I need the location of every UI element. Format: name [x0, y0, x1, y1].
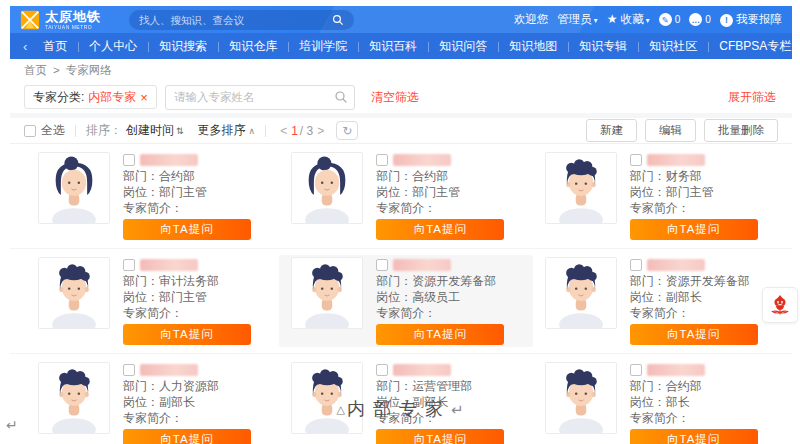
logo-subtitle: TAIYUAN METRO — [45, 25, 101, 30]
select-all-checkbox[interactable] — [24, 125, 36, 137]
welcome-text: 欢迎您 — [514, 12, 549, 27]
logo-title: 太原地铁 — [45, 10, 101, 23]
expert-card[interactable]: 部门：合约部 岗位：部门主管 专家简介： 向TA提问 — [26, 150, 279, 242]
praise-flower-widget[interactable] — [762, 287, 798, 323]
nav-item-cfbpsa[interactable]: CFBPSA专栏 — [708, 36, 800, 57]
close-icon[interactable]: × — [140, 91, 148, 104]
expert-name-redacted — [647, 259, 705, 271]
nav-item-knowledge-map[interactable]: 知识地图 — [498, 36, 568, 57]
dept-label: 部门： — [630, 379, 666, 393]
expert-card[interactable]: 部门：财务部 岗位：部门主管 专家简介： 向TA提问 — [533, 150, 786, 242]
main-nav: ‹ 首页 个人中心 知识搜索 知识仓库 培训学院 知识百科 知识问答 知识地图 … — [10, 33, 792, 59]
category-filter-value: 内部专家 — [88, 89, 136, 106]
expert-card[interactable]: 部门：合约部 岗位：部门主管 专家简介： 向TA提问 — [279, 150, 532, 242]
intro-label: 专家简介： — [630, 201, 690, 215]
card-row: 部门：合约部 岗位：部门主管 专家简介： 向TA提问 — [10, 144, 792, 249]
post-label: 岗位： — [376, 290, 412, 304]
expert-checkbox[interactable] — [630, 154, 642, 166]
male-avatar-illustration — [292, 258, 362, 328]
nav-scroll-left-icon[interactable]: ‹ — [18, 39, 32, 54]
expert-checkbox[interactable] — [630, 259, 642, 271]
clear-filters-link[interactable]: 清空筛选 — [371, 89, 419, 106]
sort-direction-icon[interactable]: ⇅ — [176, 126, 184, 136]
post-label: 岗位： — [376, 185, 412, 199]
intro-label: 专家简介： — [376, 306, 436, 320]
intro-label: 专家简介： — [376, 201, 436, 215]
intro-label: 专家简介： — [630, 306, 690, 320]
nav-item-knowledge-repo[interactable]: 知识仓库 — [218, 36, 288, 57]
expert-card[interactable]: 部门：资源开发筹备部 岗位：副部长 专家简介： 向TA提问 — [533, 255, 786, 347]
global-search-input[interactable] — [139, 14, 332, 26]
female-avatar-illustration — [39, 153, 109, 223]
post-value: 高级员工 — [412, 290, 460, 304]
expert-checkbox[interactable] — [376, 154, 388, 166]
caption-text: 内部专家 — [347, 399, 451, 419]
avatar — [545, 257, 617, 329]
dept-value: 合约部 — [159, 169, 195, 183]
expert-card[interactable]: 部门：审计法务部 岗位：部门主管 专家简介： 向TA提问 — [26, 255, 279, 347]
search-icon[interactable] — [334, 90, 348, 104]
expert-name-input[interactable] — [165, 85, 355, 110]
expert-checkbox[interactable] — [376, 364, 388, 376]
sort-value[interactable]: 创建时间 — [126, 122, 174, 139]
ask-expert-button[interactable]: 向TA提问 — [630, 324, 758, 345]
search-icon[interactable] — [332, 14, 344, 26]
refresh-button[interactable]: ↻ — [336, 121, 358, 140]
avatar — [38, 152, 110, 224]
female-avatar-illustration — [292, 153, 362, 223]
ask-expert-button[interactable]: 向TA提问 — [376, 429, 504, 444]
paragraph-return-mark: ↵ — [451, 401, 464, 418]
chevron-up-icon: ∧ — [249, 126, 256, 136]
expert-checkbox[interactable] — [630, 364, 642, 376]
favorites-menu[interactable]: ★ 收藏▾ — [607, 12, 650, 27]
expert-checkbox[interactable] — [123, 259, 135, 271]
expert-card[interactable]: 部门：资源开发筹备部 岗位：高级员工 专家简介： 向TA提问 — [279, 255, 532, 347]
post-value: 副部长 — [666, 290, 702, 304]
nav-item-knowledge-qa[interactable]: 知识问答 — [428, 36, 498, 57]
ask-expert-button[interactable]: 向TA提问 — [123, 219, 251, 240]
ask-expert-button[interactable]: 向TA提问 — [123, 429, 251, 444]
expert-checkbox[interactable] — [376, 259, 388, 271]
nav-item-knowledge-community[interactable]: 知识社区 — [638, 36, 708, 57]
create-button[interactable]: 新建 — [586, 119, 637, 142]
nav-item-knowledge-search[interactable]: 知识搜索 — [148, 36, 218, 57]
expand-filters-link[interactable]: 展开筛选 — [728, 89, 776, 106]
nav-item-personal-center[interactable]: 个人中心 — [78, 36, 148, 57]
global-search[interactable] — [129, 10, 354, 30]
ask-expert-button[interactable]: 向TA提问 — [123, 324, 251, 345]
prev-page-icon[interactable]: < — [276, 124, 291, 138]
ask-expert-button[interactable]: 向TA提问 — [630, 219, 758, 240]
report-issue-link[interactable]: ! 我要报障 — [720, 12, 782, 27]
edit-button[interactable]: 编辑 — [645, 119, 696, 142]
expert-checkbox[interactable] — [123, 154, 135, 166]
nav-item-training-academy[interactable]: 培训学院 — [288, 36, 358, 57]
paragraph-return-mark: ↵ — [6, 417, 18, 433]
nav-item-home[interactable]: 首页 — [32, 36, 78, 57]
nav-item-knowledge-wiki[interactable]: 知识百科 — [358, 36, 428, 57]
breadcrumb-home[interactable]: 首页 — [24, 63, 47, 78]
dept-value: 审计法务部 — [159, 274, 219, 288]
ask-expert-button[interactable]: 向TA提问 — [376, 324, 504, 345]
user-menu[interactable]: 管理员▾ — [557, 12, 598, 27]
ask-expert-button[interactable]: 向TA提问 — [630, 429, 758, 444]
dept-value: 资源开发筹备部 — [412, 274, 496, 288]
next-page-icon[interactable]: > — [313, 124, 328, 138]
expert-name-redacted — [393, 259, 451, 271]
post-value: 部门主管 — [159, 290, 207, 304]
expert-checkbox[interactable] — [123, 364, 135, 376]
current-page: 1 — [291, 124, 298, 138]
expert-name-redacted — [393, 154, 451, 166]
ask-expert-button[interactable]: 向TA提问 — [376, 219, 504, 240]
breadcrumb-separator: > — [53, 64, 60, 76]
edit-badge-icon[interactable]: ✎ — [659, 13, 672, 26]
batch-delete-button[interactable]: 批量删除 — [704, 119, 778, 142]
message-count: 0 — [705, 14, 711, 25]
nav-item-knowledge-album[interactable]: 知识专辑 — [568, 36, 638, 57]
message-badge-icon[interactable]: … — [689, 13, 702, 26]
flower-icon — [768, 293, 792, 317]
post-value: 部门主管 — [666, 185, 714, 199]
avatar — [291, 152, 363, 224]
more-sort-toggle[interactable]: 更多排序 — [198, 122, 246, 139]
logo: 太原地铁 TAIYUAN METRO — [20, 10, 101, 30]
post-label: 岗位： — [123, 185, 159, 199]
